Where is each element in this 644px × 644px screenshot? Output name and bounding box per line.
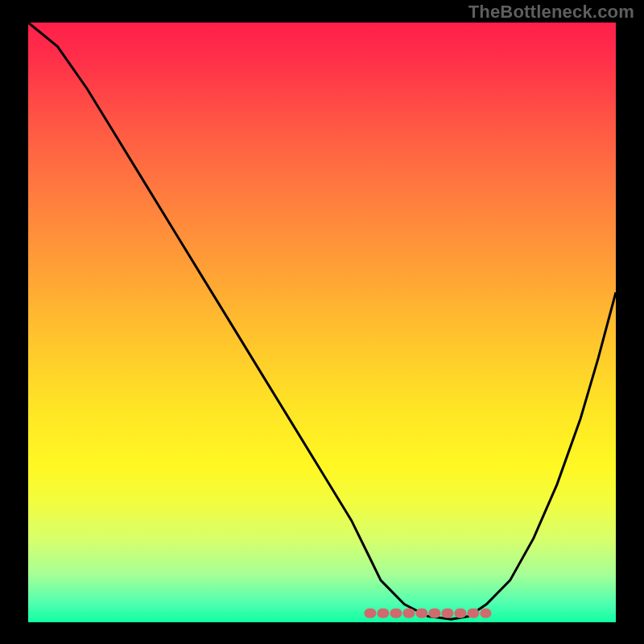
bottleneck-curve-path — [28, 23, 616, 619]
chart-frame: TheBottleneck.com — [0, 0, 644, 644]
chart-svg — [28, 23, 616, 622]
watermark-text: TheBottleneck.com — [469, 2, 634, 23]
plot-area — [28, 23, 616, 622]
